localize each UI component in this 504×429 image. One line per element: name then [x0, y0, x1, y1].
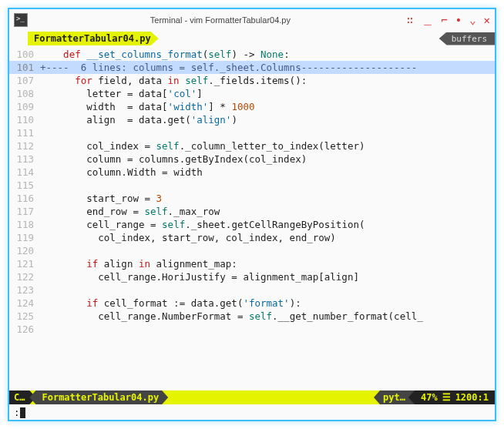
code-line: 125 cell_range.NumberFormat = self.__get…	[9, 310, 495, 323]
code-line: 126	[9, 323, 495, 336]
code-line: 114 column.Width = width	[9, 166, 495, 179]
code-line: 113 column = columns.getByIndex(col_inde…	[9, 152, 495, 166]
hamburger-icon: ☰	[442, 392, 451, 403]
command-line[interactable]: :	[14, 407, 25, 418]
folded-region: 101+---- 6 lines: columns = self._sheet.…	[9, 61, 495, 74]
buffer-tabbar: FormatterTabular04.py buffers	[9, 31, 495, 46]
terminal-icon	[14, 13, 28, 27]
window-controls: ∷ ＿ ⌐ • ⌄ ✕	[407, 15, 490, 25]
code-line: 120	[9, 244, 495, 257]
cmd-prompt: :	[14, 407, 20, 418]
maximize-icon[interactable]: ⌐	[441, 15, 447, 25]
buffers-label[interactable]: buffers	[439, 32, 495, 45]
close-icon[interactable]: ✕	[484, 15, 490, 25]
statusbar: C… FormatterTabular04.py pyt… 47% ☰ 1200…	[9, 390, 495, 404]
code-line: 109 width = data['width'] * 1000	[9, 100, 495, 113]
code-line: 110 align = data.get('align')	[9, 113, 495, 126]
code-line: 123	[9, 283, 495, 297]
minimize-icon[interactable]: ＿	[422, 15, 433, 25]
code-line: 118 cell_range = self._sheet.getCellRang…	[9, 218, 495, 231]
restore-icon[interactable]: •	[455, 15, 462, 25]
line-number: 100	[9, 48, 40, 61]
dropdown-icon[interactable]: ⌄	[469, 15, 475, 25]
window-title: Terminal - vim FormatterTabular04.py	[34, 15, 407, 25]
status-filename: FormatterTabular04.py	[29, 390, 168, 404]
status-position: 47% ☰ 1200:1	[408, 390, 495, 404]
titlebar: Terminal - vim FormatterTabular04.py ∷ ＿…	[9, 9, 495, 31]
code-line: 119 col_index, start_row, col_index, end…	[9, 231, 495, 244]
code-line: 116 start_row = 3	[9, 192, 495, 205]
active-buffer-tab[interactable]: FormatterTabular04.py	[28, 32, 159, 45]
status-line: 1200:1	[455, 392, 489, 403]
code-line: 111	[9, 126, 495, 139]
code-line: 124 if cell_format := data.get('format')…	[9, 297, 495, 310]
code-line: 121 if align in alignment_map:	[9, 257, 495, 270]
menu-dots-icon[interactable]: ∷	[407, 15, 415, 25]
terminal-window: Terminal - vim FormatterTabular04.py ∷ ＿…	[8, 8, 496, 421]
code-line: 112 col_index = self._column_letter_to_i…	[9, 139, 495, 152]
code-editor[interactable]: 100 def __set_columns_format(self) -> No…	[9, 46, 495, 336]
code-line: 115	[9, 179, 495, 192]
code-line: 100 def __set_columns_format(self) -> No…	[9, 48, 495, 61]
status-percent: 47%	[421, 392, 438, 403]
code-line: 107 for field, data in self._fields.item…	[9, 74, 495, 87]
line-number: 101	[9, 61, 40, 74]
code-line: 108 letter = data['col']	[9, 87, 495, 100]
code-line: 117 end_row = self._max_row	[9, 205, 495, 218]
cursor	[20, 407, 25, 418]
code-line: 122 cell_range.HoriJustify = alignment_m…	[9, 270, 495, 283]
